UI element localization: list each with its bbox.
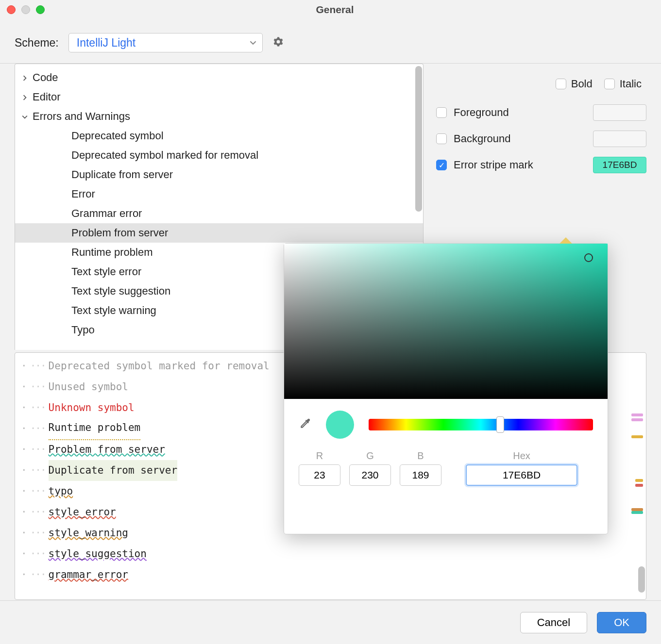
foreground-label: Foreground	[454, 106, 509, 119]
tree-item[interactable]: Duplicate from server	[15, 165, 423, 184]
preview-line-text: Unknown symbol	[49, 397, 135, 418]
hex-label: Hex	[513, 450, 530, 462]
tree-item-label: Grammar error	[71, 207, 142, 220]
foreground-checkbox[interactable]	[436, 107, 447, 118]
tree-item-label: Deprecated symbol	[71, 130, 164, 142]
italic-label: Italic	[620, 78, 642, 90]
tree-item[interactable]: Deprecated symbol	[15, 126, 423, 146]
scheme-label: Scheme:	[15, 36, 59, 50]
chevron-down-icon	[22, 110, 33, 123]
close-window-icon[interactable]	[7, 5, 16, 14]
hue-slider[interactable]	[369, 419, 593, 430]
ok-button[interactable]: OK	[597, 612, 646, 633]
tree-item[interactable]: Problem from server	[15, 223, 423, 243]
tree-item-label: Runtime problem	[71, 246, 153, 259]
preview-line-text: style_suggestion	[49, 544, 147, 564]
preview-line-text: grammar_error	[49, 564, 128, 585]
title-bar: General	[0, 0, 661, 19]
tree-item-label: Problem from server	[71, 227, 168, 239]
whitespace-dots-icon: ···	[30, 397, 46, 418]
b-input[interactable]	[400, 464, 441, 486]
g-label: G	[366, 450, 374, 462]
tree-item-label: Typo	[71, 324, 95, 336]
whitespace-dots-icon: ···	[30, 418, 46, 439]
preview-scroll-thumb[interactable]	[638, 566, 645, 593]
hue-handle-icon[interactable]	[496, 416, 504, 433]
tree-item[interactable]: Editor	[15, 87, 423, 107]
tree-item-label: Errors and Warnings	[33, 110, 130, 123]
whitespace-dots-icon: ·	[21, 418, 27, 439]
scheme-select[interactable]: IntelliJ Light	[68, 33, 263, 52]
whitespace-dots-icon: ···	[30, 377, 46, 397]
g-input[interactable]	[349, 464, 391, 486]
foreground-row: Foreground	[433, 99, 646, 126]
gear-icon[interactable]	[272, 36, 284, 50]
whitespace-dots-icon: ·	[21, 564, 27, 585]
whitespace-dots-icon: ·	[21, 460, 27, 481]
foreground-swatch[interactable]	[593, 104, 646, 121]
preview-line-text: typo	[49, 481, 73, 502]
whitespace-dots-icon: ·	[21, 481, 27, 502]
bold-label: Bold	[571, 78, 593, 90]
whitespace-dots-icon: ·	[21, 397, 27, 418]
tree-item[interactable]: Code	[15, 68, 423, 87]
whitespace-dots-icon: ···	[30, 523, 46, 544]
tree-item[interactable]: Error	[15, 184, 423, 204]
preview-line: ····grammar_error	[21, 564, 646, 585]
error-stripe-row: ✓ Error stripe mark 17E6BD	[433, 152, 646, 178]
tree-item-label: Text style warning	[71, 304, 156, 317]
chevron-down-icon	[250, 37, 256, 49]
preview-line-text: Problem from server	[49, 439, 165, 460]
tree-item[interactable]: Deprecated symbol marked for removal	[15, 146, 423, 165]
color-sv-area[interactable]	[284, 244, 608, 399]
checkbox-icon	[556, 79, 566, 89]
tree-item-label: Text style suggestion	[71, 285, 170, 297]
bold-checkbox[interactable]: Bold	[556, 75, 593, 93]
scheme-row: Scheme: IntelliJ Light	[0, 19, 661, 64]
tree-item-label: Deprecated symbol marked for removal	[71, 149, 258, 162]
error-stripe-label: Error stripe mark	[454, 159, 533, 171]
window-title: General	[45, 4, 625, 16]
r-input[interactable]	[299, 464, 340, 486]
sv-cursor-icon	[584, 253, 593, 262]
italic-checkbox[interactable]: Italic	[604, 75, 642, 93]
b-label: B	[417, 450, 424, 462]
whitespace-dots-icon: ·	[21, 502, 27, 523]
hex-input[interactable]	[466, 464, 577, 486]
tree-item[interactable]: Errors and Warnings	[15, 107, 423, 126]
error-stripe-checkbox[interactable]: ✓	[436, 160, 447, 170]
dialog-footer: Cancel OK	[0, 600, 661, 644]
current-color-swatch-icon	[326, 411, 354, 439]
tree-item-label: Error	[71, 188, 95, 200]
preview-line-text: Unused symbol	[49, 377, 128, 397]
whitespace-dots-icon: ···	[30, 544, 46, 564]
whitespace-dots-icon: ···	[30, 564, 46, 585]
whitespace-dots-icon: ·	[21, 439, 27, 460]
checkbox-icon	[604, 79, 615, 89]
error-stripe-swatch[interactable]: 17E6BD	[593, 157, 646, 173]
tree-item-label: Editor	[33, 91, 60, 103]
whitespace-dots-icon: ···	[30, 460, 46, 481]
background-row: Background	[433, 126, 646, 152]
preview-line-text: style_error	[49, 502, 116, 523]
whitespace-dots-icon: ···	[30, 439, 46, 460]
tree-item-label: Duplicate from server	[71, 168, 173, 181]
preview-line-text: Duplicate from server	[49, 460, 178, 481]
whitespace-dots-icon: ·	[21, 377, 27, 397]
tree-scroll-thumb[interactable]	[415, 66, 422, 212]
scheme-value: IntelliJ Light	[77, 36, 136, 50]
background-checkbox[interactable]	[436, 133, 447, 144]
whitespace-dots-icon: ···	[30, 481, 46, 502]
tree-item[interactable]: Grammar error	[15, 204, 423, 223]
r-label: R	[316, 450, 323, 462]
background-swatch[interactable]	[593, 131, 646, 147]
maximize-window-icon[interactable]	[36, 5, 45, 14]
whitespace-dots-icon: ·	[21, 523, 27, 544]
minimize-window-icon[interactable]	[21, 5, 30, 14]
tree-item-label: Code	[33, 71, 58, 84]
tree-item-label: Text style error	[71, 265, 141, 278]
chevron-right-icon	[22, 91, 33, 103]
eyedropper-icon[interactable]	[299, 417, 311, 432]
cancel-button[interactable]: Cancel	[520, 612, 587, 633]
preview-line-text: style_warning	[49, 523, 128, 544]
